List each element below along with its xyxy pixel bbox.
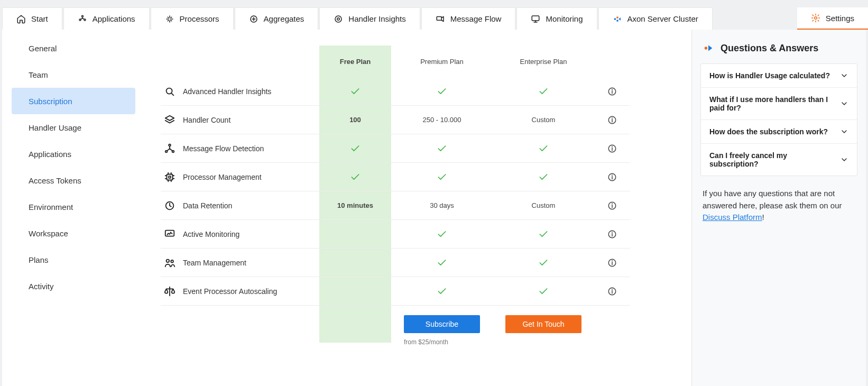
plan-cell-enterprise bbox=[493, 163, 594, 191]
qa-item[interactable]: Can I freely cancel my subscription? bbox=[701, 144, 857, 176]
check-icon bbox=[437, 143, 447, 154]
plan-cell-enterprise bbox=[493, 220, 594, 249]
check-icon bbox=[538, 286, 549, 297]
qa-item-label: How is Handler Usage calculated? bbox=[709, 71, 830, 80]
sidebar-item-activity[interactable]: Activity bbox=[12, 273, 135, 299]
home-icon bbox=[16, 14, 26, 24]
info-icon[interactable] bbox=[607, 115, 617, 125]
check-icon bbox=[437, 172, 447, 182]
sidebar-item-access-tokens[interactable]: Access Tokens bbox=[12, 167, 135, 194]
nav-tab-label: Message Flow bbox=[450, 14, 502, 23]
nav-tab-start[interactable]: Start bbox=[2, 7, 62, 30]
qa-title: Questions & Answers bbox=[721, 43, 818, 54]
info-icon[interactable] bbox=[607, 144, 617, 153]
feature-label-text: Advanced Handler Insights bbox=[183, 87, 271, 96]
sidebar-item-team[interactable]: Team bbox=[12, 61, 135, 88]
top-nav: Start Applications Processors Aggregates… bbox=[0, 0, 868, 30]
chevron-down-icon bbox=[840, 127, 848, 136]
qa-panel: Questions & Answers How is Handler Usage… bbox=[691, 30, 866, 386]
feature-info bbox=[594, 191, 630, 220]
sidebar-item-plans[interactable]: Plans bbox=[12, 246, 135, 273]
nav-tab-label: Monitoring bbox=[546, 14, 583, 23]
info-icon[interactable] bbox=[607, 287, 617, 296]
info-icon[interactable] bbox=[607, 201, 617, 210]
sidebar-item-general[interactable]: General bbox=[12, 35, 135, 61]
qa-item[interactable]: How is Handler Usage calculated? bbox=[701, 64, 857, 88]
sidebar-item-label: Access Tokens bbox=[29, 176, 81, 185]
plan-cell-enterprise bbox=[493, 249, 594, 277]
plan-cell-premium bbox=[391, 163, 493, 191]
sidebar-item-label: Environment bbox=[29, 203, 73, 212]
plan-cell-free bbox=[319, 249, 391, 277]
nav-left-group: Start Applications Processors Aggregates… bbox=[2, 0, 714, 30]
search-icon bbox=[164, 86, 176, 97]
sidebar-item-label: Applications bbox=[29, 150, 71, 159]
feature-label: Event Processor Autoscaling bbox=[161, 277, 319, 306]
qa-item[interactable]: How does the subscription work? bbox=[701, 120, 857, 144]
feature-label: Processor Management bbox=[161, 163, 319, 191]
sidebar-item-label: General bbox=[29, 44, 57, 53]
qa-item-label: How does the subscription work? bbox=[709, 127, 828, 136]
nav-tab-label: Applications bbox=[93, 14, 135, 23]
check-icon bbox=[437, 229, 447, 240]
feature-label: Active Monitoring bbox=[161, 220, 319, 249]
feature-label-text: Handler Count bbox=[183, 116, 230, 124]
cta-info-empty bbox=[594, 306, 630, 343]
check-icon bbox=[350, 86, 361, 97]
cta-premium: Subscribe bbox=[391, 306, 493, 343]
sidebar-item-subscription[interactable]: Subscription bbox=[12, 88, 135, 114]
qa-item-label: Can I freely cancel my subscription? bbox=[709, 151, 835, 168]
plan-cell-free bbox=[319, 134, 391, 163]
sidebar-item-workspace[interactable]: Workspace bbox=[12, 220, 135, 246]
cpu-icon bbox=[164, 171, 176, 183]
feature-info bbox=[594, 163, 630, 191]
get-in-touch-button[interactable]: Get In Touch bbox=[505, 315, 581, 333]
feature-label-text: Team Management bbox=[183, 259, 246, 267]
sidebar-item-applications[interactable]: Applications bbox=[12, 141, 135, 167]
nav-tab-aggregates[interactable]: Aggregates bbox=[235, 7, 319, 30]
sidebar-item-handler-usage[interactable]: Handler Usage bbox=[12, 114, 135, 141]
nav-tab-monitoring[interactable]: Monitoring bbox=[516, 7, 597, 30]
check-icon bbox=[538, 172, 549, 182]
monitoring-icon bbox=[531, 14, 540, 24]
cta-enterprise: Get In Touch bbox=[493, 306, 594, 343]
discuss-platform-link[interactable]: Discuss Platform bbox=[703, 213, 762, 222]
sidebar-item-environment[interactable]: Environment bbox=[12, 194, 135, 220]
info-icon[interactable] bbox=[607, 172, 617, 182]
plan-cell-enterprise bbox=[493, 77, 594, 106]
info-icon[interactable] bbox=[607, 229, 617, 239]
nav-tab-applications[interactable]: Applications bbox=[63, 7, 150, 30]
feature-label: Advanced Handler Insights bbox=[161, 77, 319, 106]
plan-cell-premium bbox=[391, 277, 493, 306]
check-icon bbox=[538, 86, 549, 97]
qa-header: Questions & Answers bbox=[700, 42, 857, 54]
sidebar-item-label: Team bbox=[29, 70, 48, 79]
settings-sidebar: General Team Subscription Handler Usage … bbox=[2, 30, 145, 386]
feature-label: Message Flow Detection bbox=[161, 134, 319, 163]
subscribe-button[interactable]: Subscribe bbox=[404, 315, 480, 333]
processors-icon bbox=[165, 14, 174, 24]
info-icon[interactable] bbox=[607, 258, 617, 268]
qa-item[interactable]: What if I use more handlers than I paid … bbox=[701, 88, 857, 120]
cluster-icon bbox=[613, 14, 622, 24]
feature-label-text: Processor Management bbox=[183, 173, 262, 181]
plan-table: Free Plan Premium Plan Enterprise Plan A… bbox=[161, 45, 676, 343]
plan-cell-premium: 30 days bbox=[391, 191, 493, 220]
nav-tab-settings[interactable]: Settings bbox=[797, 7, 868, 30]
check-icon bbox=[437, 286, 447, 297]
nav-tab-label: Axon Server Cluster bbox=[627, 14, 698, 23]
monitor-icon bbox=[164, 228, 176, 240]
nav-tab-processors[interactable]: Processors bbox=[151, 7, 234, 30]
plan-cell-premium bbox=[391, 249, 493, 277]
plan-cell-premium bbox=[391, 220, 493, 249]
info-icon[interactable] bbox=[607, 87, 617, 96]
nav-tab-axon-server-cluster[interactable]: Axon Server Cluster bbox=[598, 7, 713, 30]
apps-icon bbox=[78, 14, 87, 24]
check-icon bbox=[538, 229, 549, 240]
plan-cell-enterprise bbox=[493, 277, 594, 306]
nav-tab-message-flow[interactable]: Message Flow bbox=[421, 7, 516, 30]
nav-tab-handler-insights[interactable]: Handler Insights bbox=[319, 7, 420, 30]
plan-comparison: Free Plan Premium Plan Enterprise Plan A… bbox=[145, 30, 691, 386]
plan-header-enterprise: Enterprise Plan bbox=[493, 45, 594, 77]
qa-note: If you have any questions that are not a… bbox=[700, 188, 857, 224]
